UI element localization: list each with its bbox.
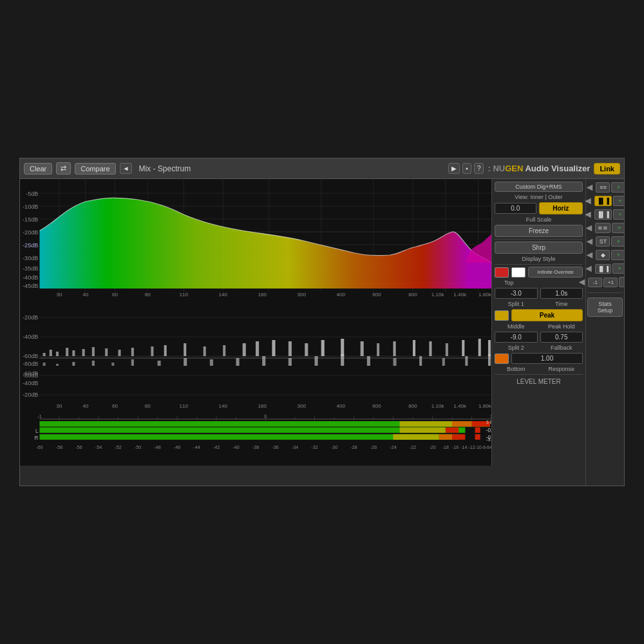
svg-text:40: 40	[82, 403, 89, 409]
svg-text:-20: -20	[429, 444, 435, 450]
svg-text:-0.4: -0.4	[486, 427, 491, 433]
spectrum-top[interactable]: -5dB -10dB -15dB -20dB -25dB -30dB -35dB…	[20, 179, 492, 301]
horiz-button[interactable]: Horiz	[539, 202, 583, 214]
svg-text:-50: -50	[135, 444, 141, 450]
svg-text:-32: -32	[311, 444, 317, 450]
brand-nu: : NU	[488, 164, 505, 173]
split2-label-row: Split 2 Fallback	[495, 345, 583, 351]
split1-value[interactable]: -3.0	[495, 288, 538, 299]
wave-icon-button[interactable]: ≋≋	[595, 223, 611, 233]
svg-text:-16: -16	[452, 444, 459, 450]
svg-rect-82	[488, 340, 491, 356]
tri-1: ◄	[585, 182, 595, 193]
svg-text:-80dB: -80dB	[23, 361, 38, 367]
svg-text:-12: -12	[468, 444, 475, 450]
svg-text:110: 110	[179, 292, 188, 298]
response-value[interactable]: 1.00	[511, 353, 583, 364]
compare-button[interactable]: Compare	[75, 163, 115, 175]
svg-text:3.8: 3.8	[486, 419, 491, 425]
play-button[interactable]: ▶	[448, 163, 460, 174]
far-right-divider	[587, 292, 623, 293]
svg-text:-26: -26	[370, 444, 377, 450]
view-label: View: Inner | Outer	[495, 194, 583, 200]
svg-text:-10: -10	[475, 444, 482, 450]
split1-label: Split 1	[495, 301, 538, 307]
svg-rect-104	[419, 356, 422, 366]
plus-3-button[interactable]: +	[613, 209, 624, 220]
bars2-icon-button[interactable]: ▐▌▐	[594, 209, 612, 220]
svg-rect-103	[393, 358, 397, 366]
help-button[interactable]: ?	[474, 163, 484, 174]
plus-6-button[interactable]: +	[611, 250, 624, 260]
right-panel: Custom Dig+RMS View: Inner | Outer 0.0 H…	[492, 179, 585, 486]
peak-button[interactable]: Peak	[511, 309, 583, 321]
svg-rect-71	[305, 343, 308, 356]
plus-8-button[interactable]: +	[619, 277, 624, 287]
plus-2-button[interactable]: +	[613, 196, 624, 206]
svg-rect-160	[439, 434, 452, 440]
plus-1-button[interactable]: +	[611, 182, 624, 193]
svg-rect-98	[262, 356, 265, 366]
prev-button[interactable]: ◄	[120, 163, 133, 174]
main-content: -5dB -10dB -15dB -20dB -25dB -30dB -35dB…	[20, 179, 624, 486]
fallback-value[interactable]: 0.75	[540, 332, 583, 343]
swap-button[interactable]: ⇄	[56, 162, 71, 175]
tri-5: ◄	[585, 236, 595, 247]
tri-7: ◄	[583, 263, 594, 274]
neg1-button[interactable]: -1	[588, 278, 602, 287]
svg-rect-94	[158, 361, 161, 366]
time-value[interactable]: 1.0s	[540, 288, 583, 299]
plus-7-button[interactable]: +	[612, 263, 624, 274]
svg-rect-159	[393, 434, 439, 440]
plus-4-button[interactable]: +	[612, 223, 624, 233]
freeze-button[interactable]: Freeze	[495, 225, 583, 237]
override-button[interactable]: Infinite Override	[528, 267, 583, 278]
svg-rect-56	[72, 350, 75, 356]
stats-setup-button[interactable]: StatsSetup	[587, 298, 623, 317]
svg-text:400: 400	[336, 292, 345, 298]
level-meter-label: LEVEL METER	[495, 377, 583, 386]
svg-rect-72	[321, 340, 325, 356]
pos1-button[interactable]: +1	[603, 278, 618, 287]
svg-rect-102	[367, 356, 370, 366]
svg-rect-78	[429, 341, 431, 356]
scale-value[interactable]: 0.0	[495, 203, 536, 214]
shrp-button[interactable]: Shrp	[495, 242, 583, 254]
svg-text:-18: -18	[442, 444, 449, 450]
swatch-red[interactable]	[495, 267, 509, 278]
svg-text:80: 80	[145, 403, 151, 409]
svg-rect-55	[66, 348, 68, 356]
svg-text:1.40k: 1.40k	[453, 292, 467, 298]
link-button[interactable]: Link	[594, 163, 620, 175]
svg-text:-60dB: -60dB	[23, 370, 38, 377]
diamond-icon-button[interactable]: ◆	[596, 250, 610, 260]
lines-icon-button[interactable]: ≡≡	[596, 182, 610, 193]
svg-rect-63	[164, 345, 167, 356]
svg-text:1: 1	[490, 413, 491, 419]
svg-text:30: 30	[56, 403, 62, 409]
icon-row-2: ◄ ▐▌▐ +	[583, 195, 624, 207]
svg-text:140: 140	[218, 403, 227, 409]
tri-2: ◄	[583, 195, 593, 207]
level-meter-svg: -1 0 1	[20, 411, 491, 466]
st-icon-button[interactable]: ST	[596, 236, 610, 247]
svg-rect-68	[256, 341, 259, 356]
record-button[interactable]: ▪	[462, 163, 471, 174]
split2-value[interactable]: -9.0	[495, 332, 538, 343]
meter-icon-button[interactable]: ▐▌▐	[595, 264, 611, 274]
swatch-orange[interactable]	[495, 354, 509, 364]
clear-button[interactable]: Clear	[24, 163, 52, 175]
icon-row-7: ◄ ▐▌▐ +	[583, 263, 624, 274]
swatch-yellow[interactable]	[495, 310, 509, 321]
svg-rect-81	[478, 339, 481, 356]
svg-text:1.40k: 1.40k	[453, 403, 467, 409]
custom-mode-button[interactable]: Custom Dig+RMS	[495, 182, 583, 192]
icon-row-5: ◄ ST +	[585, 236, 624, 247]
svg-rect-99	[289, 358, 292, 366]
svg-rect-161	[452, 434, 465, 440]
svg-rect-64	[184, 343, 186, 356]
plus-5-button[interactable]: +	[611, 236, 624, 247]
bars-icon-button[interactable]: ▐▌▐	[594, 196, 612, 206]
tri-6: ◄	[585, 249, 595, 261]
swatch-white[interactable]	[511, 267, 526, 278]
